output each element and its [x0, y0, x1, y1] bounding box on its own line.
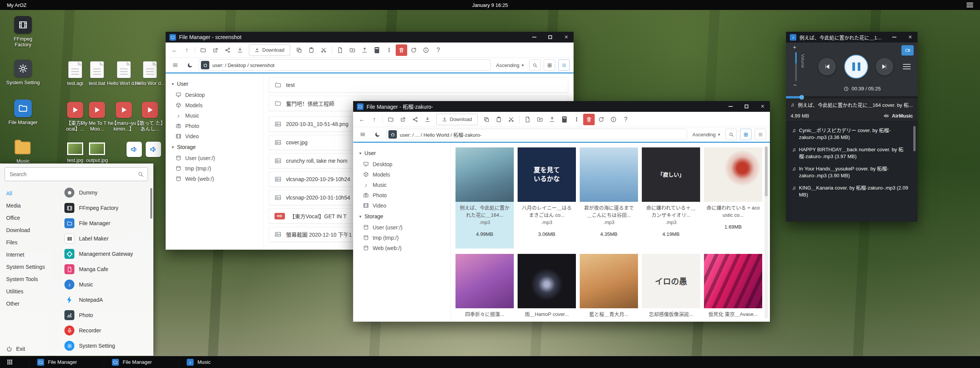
- brand-label[interactable]: My ArOZ: [7, 2, 26, 8]
- category-internet[interactable]: Internet: [0, 249, 58, 261]
- player-menu-icon[interactable]: [903, 64, 911, 69]
- download-icon-button[interactable]: [422, 114, 433, 125]
- desktop-file-video[interactable]: 【歌って た】あんし...: [132, 102, 168, 132]
- minimize-button[interactable]: [888, 32, 901, 43]
- playlist-item[interactable]: ♫Cynic＿ポリスピカデリー cover. by 柘榴-zakuro-.mp3…: [790, 124, 911, 144]
- sidebar-item-photo[interactable]: Photo: [359, 190, 451, 200]
- category-office[interactable]: Office: [0, 212, 58, 224]
- menu-button[interactable]: [169, 59, 181, 71]
- paste-button[interactable]: [306, 44, 317, 56]
- volume-up-button[interactable]: +: [793, 44, 796, 50]
- title-bar[interactable]: File Manager - screenshot ×: [166, 32, 574, 43]
- file-tile[interactable]: 仮死化 東京＿Avase...: [704, 254, 762, 322]
- mount-button[interactable]: [371, 44, 383, 56]
- category-system-tools[interactable]: System Tools: [0, 273, 58, 285]
- search-input[interactable]: [5, 167, 148, 181]
- top-menu-icon[interactable]: [967, 3, 973, 7]
- rename-button[interactable]: I: [383, 44, 395, 56]
- sidebar-item-models[interactable]: Models: [359, 169, 451, 180]
- grid-view-button[interactable]: [740, 129, 751, 140]
- rename-button[interactable]: I: [571, 114, 582, 125]
- desktop-file-document[interactable]: Hello Wor d...: [132, 61, 168, 86]
- file-tile[interactable]: 夏を見て いるかな 八月のレイニー＿はるまきごはん co... .mp3 3.0…: [518, 147, 576, 249]
- list-view-button[interactable]: [558, 59, 570, 71]
- playlist-item[interactable]: ♫In Your Hands＿yusukeP cover. by 柘榴-zaku…: [790, 163, 911, 182]
- desktop-icon-ffmpeg-factory[interactable]: FFmpeg Factory: [5, 16, 41, 47]
- menu-button[interactable]: [357, 129, 368, 140]
- app-item-manga-cafe[interactable]: Manga Cafe: [62, 262, 149, 277]
- output-device[interactable]: AirMusic: [883, 113, 913, 119]
- volume-down-button[interactable]: −: [793, 82, 797, 88]
- category-other[interactable]: Other: [0, 298, 58, 310]
- scrollbar-thumb[interactable]: [913, 126, 916, 151]
- taskbar-item-file-manager[interactable]: File Manager: [29, 356, 104, 368]
- new-folder-button[interactable]: [347, 44, 358, 56]
- sidebar-item-user-drive[interactable]: User (user:/): [359, 222, 451, 232]
- copy-button[interactable]: [481, 114, 492, 125]
- download-button[interactable]: Download: [249, 44, 290, 56]
- sidebar-item-tmp-drive[interactable]: tmp (tmp:/): [172, 163, 263, 173]
- sidebar-section-user[interactable]: ▾User: [172, 78, 263, 90]
- app-item-dummy[interactable]: Dummy: [62, 185, 149, 200]
- title-bar[interactable]: ♪ 例えば、今此処に置かれた花に＿164 c... ×: [786, 32, 918, 43]
- category-system-settings[interactable]: System Settings: [0, 261, 58, 273]
- desktop-icon-file-manager[interactable]: File Manager: [5, 100, 41, 125]
- file-tile[interactable]: 命に嫌われている + acoustic co... 1.69MB: [704, 147, 762, 249]
- taskbar-item-music[interactable]: ♪ Music: [179, 356, 253, 368]
- upload-button[interactable]: [546, 114, 558, 125]
- sidebar-item-user-drive[interactable]: User (user:/): [172, 153, 263, 163]
- delete-button[interactable]: [396, 44, 407, 56]
- sidebar-section-storage[interactable]: ▾Storage: [359, 211, 451, 222]
- cut-button[interactable]: [318, 44, 329, 56]
- file-tile[interactable]: 藍と桜＿青大月...: [580, 254, 638, 322]
- file-tile[interactable]: 雨＿HamoP cover...: [518, 254, 576, 322]
- refresh-button[interactable]: [595, 114, 607, 125]
- category-utilities[interactable]: Utilities: [0, 285, 58, 298]
- file-row[interactable]: test: [269, 77, 568, 93]
- scrollbar-thumb[interactable]: [150, 188, 152, 219]
- sidebar-item-desktop[interactable]: Desktop: [359, 159, 451, 169]
- previous-track-button[interactable]: [818, 58, 836, 75]
- category-files[interactable]: Files: [0, 236, 58, 249]
- category-media[interactable]: Media: [0, 200, 58, 212]
- exit-button[interactable]: Exit: [6, 346, 25, 352]
- dark-mode-button[interactable]: [372, 129, 383, 140]
- app-item-file-manager[interactable]: File Manager: [62, 216, 149, 231]
- sidebar-item-video[interactable]: Video: [172, 131, 263, 141]
- sidebar-item-photo[interactable]: Photo: [172, 121, 263, 131]
- sidebar-section-storage[interactable]: ▾Storage: [172, 141, 263, 153]
- refresh-button[interactable]: [408, 44, 419, 56]
- app-item-music[interactable]: ♪Music: [62, 277, 149, 292]
- dark-mode-button[interactable]: [184, 59, 196, 71]
- cut-button[interactable]: [505, 114, 517, 125]
- title-bar[interactable]: File Manager - 柘榴-zakuro- ×: [353, 101, 770, 112]
- up-button[interactable]: ↑: [181, 44, 192, 56]
- paste-button[interactable]: [493, 114, 505, 125]
- copy-button[interactable]: [293, 44, 305, 56]
- scrollbar-thumb[interactable]: [765, 147, 768, 196]
- app-item-recorder[interactable]: Recorder: [62, 323, 149, 338]
- app-item-label-maker[interactable]: Label Maker: [62, 231, 149, 246]
- sidebar-section-user[interactable]: ▾User: [359, 147, 451, 159]
- playlist-item[interactable]: ♫HAPPY BIRTHDAY＿back number cover. by 柘榴…: [790, 144, 911, 163]
- search-button[interactable]: [725, 129, 737, 140]
- app-item-ffmpeg-factory[interactable]: FFmpeg Factory: [62, 200, 149, 216]
- sidebar-item-desktop[interactable]: Desktop: [172, 90, 263, 100]
- maximize-button[interactable]: [740, 101, 753, 112]
- sort-dropdown[interactable]: Ascending▾: [496, 62, 524, 68]
- back-button[interactable]: ←: [169, 44, 180, 56]
- close-button[interactable]: ×: [904, 32, 917, 43]
- app-item-photo[interactable]: Photo: [62, 307, 149, 323]
- sidebar-item-web-drive[interactable]: Web (web:/): [172, 173, 263, 184]
- open-folder-button[interactable]: [385, 114, 396, 125]
- back-button[interactable]: ←: [356, 114, 368, 125]
- category-all[interactable]: All: [0, 187, 58, 200]
- info-button[interactable]: [420, 44, 432, 56]
- desktop-icon-music-folder[interactable]: Music: [5, 139, 41, 164]
- new-file-button[interactable]: [522, 114, 533, 125]
- next-track-button[interactable]: [876, 58, 893, 75]
- file-tile[interactable]: イロの愚 忘却感傷仮像演説...: [642, 254, 700, 322]
- sort-dropdown[interactable]: Ascending▾: [692, 132, 720, 137]
- file-tile[interactable]: 四季折々に揺蕩...: [455, 254, 514, 322]
- file-tile[interactable]: 「寂しい」 命に嫌われている＋＿カンザキイオリ... .mp3 4.19MB: [642, 147, 700, 249]
